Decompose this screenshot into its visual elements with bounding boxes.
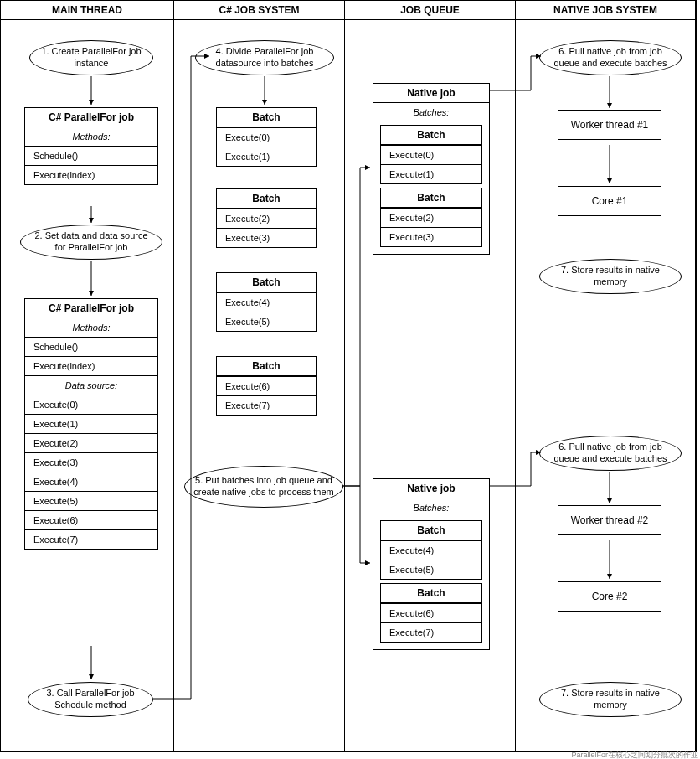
- batch-title: Batch: [217, 357, 316, 376]
- batch-row: Execute(7): [381, 622, 481, 642]
- step-1-bubble: 1. Create ParallelFor job instance: [29, 40, 153, 75]
- batch-title: Batch: [381, 126, 481, 145]
- step-7a-bubble: 7. Store results in native memory: [539, 259, 682, 294]
- col-cs-job-system: C# JOB SYSTEM 4. Divide ParallelFor job …: [174, 1, 345, 751]
- batch-row: Execute(6): [217, 376, 316, 395]
- batch-3: Batch Execute(6) Execute(7): [216, 356, 317, 416]
- native-sub: Batches:: [373, 103, 489, 121]
- native-batch: Batch Execute(6) Execute(7): [380, 583, 482, 643]
- batch-row: Execute(6): [381, 603, 481, 622]
- native-job-1: Native job Batches: Batch Execute(0) Exe…: [373, 83, 490, 255]
- native-batch: Batch Execute(4) Execute(5): [380, 520, 482, 580]
- native-title: Native job: [373, 479, 489, 498]
- batch-row: Execute(4): [381, 540, 481, 560]
- step-6a-bubble: 6. Pull native job from job queue and ex…: [539, 40, 682, 75]
- worker-2: Worker thread #2: [558, 505, 661, 535]
- native-title: Native job: [373, 84, 489, 103]
- job-2-box: C# ParallelFor job Methods: Schedule() E…: [24, 298, 158, 550]
- job-row: Execute(7): [25, 529, 157, 549]
- diagram-grid: MAIN THREAD 1. Create ParallelFor job in…: [0, 0, 697, 752]
- col-header: C# JOB SYSTEM: [174, 1, 344, 20]
- batch-row: Execute(0): [381, 145, 481, 164]
- job-row: Execute(1): [25, 414, 157, 433]
- step-5-bubble: 5. Put batches into job queue and create…: [184, 466, 343, 508]
- core-2: Core #2: [558, 581, 661, 612]
- job-row: Execute(4): [25, 472, 157, 491]
- col-job-queue: JOB QUEUE Native job Batches: Batch Exec…: [345, 1, 516, 751]
- batch-row: Execute(4): [217, 292, 316, 312]
- native-batch: Batch Execute(0) Execute(1): [380, 125, 482, 184]
- batch-title: Batch: [217, 189, 316, 209]
- step-4-bubble: 4. Divide ParallelFor job datasource int…: [195, 40, 334, 75]
- batch-row: Execute(1): [381, 164, 481, 183]
- batch-row: Execute(0): [217, 127, 316, 147]
- job-row: Schedule(): [25, 146, 157, 165]
- native-batch: Batch Execute(2) Execute(3): [380, 188, 482, 247]
- batch-row: Execute(7): [217, 395, 316, 415]
- col-header: JOB QUEUE: [345, 1, 515, 20]
- batch-2: Batch Execute(4) Execute(5): [216, 272, 317, 332]
- col-header: NATIVE JOB SYSTEM: [516, 1, 695, 20]
- batch-title: Batch: [381, 188, 481, 208]
- job-row: Execute(6): [25, 510, 157, 529]
- batch-row: Execute(5): [381, 560, 481, 579]
- job-row: Execute(3): [25, 452, 157, 472]
- col-main-thread: MAIN THREAD 1. Create ParallelFor job in…: [1, 1, 174, 751]
- batch-title: Batch: [381, 584, 481, 603]
- job-row: Execute(0): [25, 395, 157, 414]
- batch-0: Batch Execute(0) Execute(1): [216, 107, 317, 167]
- step-6b-bubble: 6. Pull native job from job queue and ex…: [539, 436, 682, 471]
- col-header: MAIN THREAD: [1, 1, 173, 20]
- job-row: Schedule(): [25, 337, 157, 356]
- batch-row: Execute(2): [217, 209, 316, 228]
- core-1: Core #1: [558, 186, 661, 216]
- caption: ParallelFor在核心之间划分批次的作业: [571, 750, 698, 752]
- job-row: Execute(5): [25, 491, 157, 510]
- batch-title: Batch: [381, 521, 481, 540]
- job-row: Execute(index): [25, 356, 157, 375]
- job-sub: Data source:: [25, 375, 157, 395]
- job-row: Execute(index): [25, 165, 157, 184]
- batch-row: Execute(3): [217, 228, 316, 247]
- job-sub: Methods:: [25, 318, 157, 337]
- col-native-job-system: NATIVE JOB SYSTEM 6. Pull native job fro…: [516, 1, 696, 751]
- step-7b-bubble: 7. Store results in native memory: [539, 682, 682, 717]
- batch-row: Execute(3): [381, 227, 481, 246]
- batch-title: Batch: [217, 273, 316, 292]
- worker-1: Worker thread #1: [558, 110, 661, 140]
- step-2-bubble: 2. Set data and data source for Parallel…: [20, 225, 162, 260]
- batch-row: Execute(2): [381, 208, 481, 227]
- batch-row: Execute(1): [217, 147, 316, 166]
- job-1-box: C# ParallelFor job Methods: Schedule() E…: [24, 107, 158, 185]
- native-sub: Batches:: [373, 498, 489, 517]
- step-3-bubble: 3. Call ParallelFor job Schedule method: [28, 682, 153, 717]
- job-sub: Methods:: [25, 127, 157, 146]
- job-row: Execute(2): [25, 433, 157, 452]
- batch-title: Batch: [217, 108, 316, 127]
- job-title: C# ParallelFor job: [25, 299, 157, 318]
- native-job-2: Native job Batches: Batch Execute(4) Exe…: [373, 478, 490, 650]
- job-title: C# ParallelFor job: [25, 108, 157, 127]
- batch-row: Execute(5): [217, 312, 316, 331]
- batch-1: Batch Execute(2) Execute(3): [216, 188, 317, 248]
